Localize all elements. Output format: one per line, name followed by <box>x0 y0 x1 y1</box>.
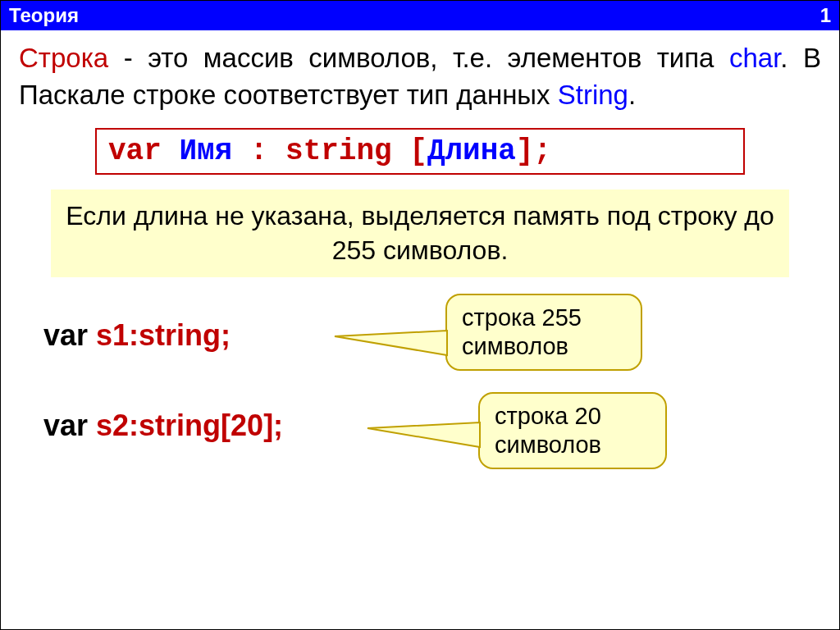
svg-marker-1 <box>368 422 480 447</box>
example-2: var s2:string[20]; <box>43 409 283 443</box>
slide-container: Теория 1 Строка - это массив символов, т… <box>0 0 840 630</box>
ex1-decl: s1:string; <box>88 318 231 352</box>
syntax-lbracket: [ <box>409 135 427 168</box>
ex2-var: var <box>43 409 88 442</box>
ex1-var: var <box>43 318 88 352</box>
svg-marker-0 <box>335 331 447 355</box>
callout-20-tail-icon <box>363 418 486 459</box>
slide-content: Строка - это массив символов, т.е. элеме… <box>1 30 839 515</box>
header-title: Теория <box>9 4 79 27</box>
definition-paragraph: Строка - это массив символов, т.е. элеме… <box>19 40 821 113</box>
syntax-type: : string <box>250 135 409 168</box>
examples-area: var s1:string; var s2:string[20]; строка… <box>19 302 821 515</box>
slide-header: Теория 1 <box>1 1 839 30</box>
callout-20-text: строка 20 символов <box>495 403 601 458</box>
syntax-var: var <box>108 135 162 168</box>
example-1: var s1:string; <box>43 318 231 353</box>
para-text-3: . <box>628 80 636 110</box>
para-text-1: - это массив символов, т.е. элементов ти… <box>108 43 729 73</box>
term-stroka: Строка <box>19 43 108 73</box>
syntax-name: Имя <box>162 135 250 168</box>
term-char: char <box>729 43 780 73</box>
callout-255-text: строка 255 символов <box>462 304 582 359</box>
header-page-number: 1 <box>820 4 831 27</box>
term-string: String <box>558 80 628 110</box>
callout-20: строка 20 символов <box>478 392 667 469</box>
syntax-rbracket: ]; <box>516 135 551 168</box>
syntax-declaration-box: var Имя : string [Длина]; <box>95 128 745 175</box>
syntax-length: Длина <box>427 135 516 168</box>
memory-note: Если длина не указана, выделяется память… <box>51 189 789 277</box>
callout-255-tail-icon <box>331 326 454 368</box>
ex2-decl: s2:string[20]; <box>88 409 283 442</box>
callout-255: строка 255 символов <box>445 294 642 371</box>
